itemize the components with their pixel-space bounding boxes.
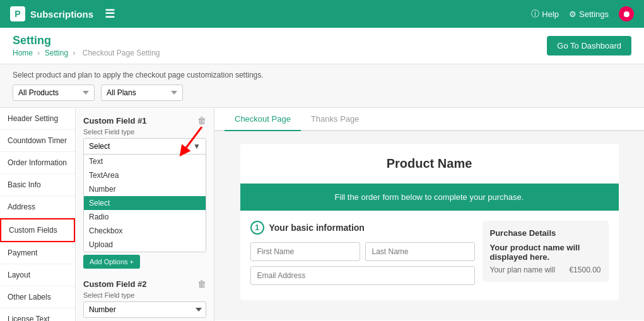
dropdown-header-1[interactable]: Select ▼ <box>84 139 206 155</box>
sidebar-item-other-labels[interactable]: Other Labels <box>0 286 75 308</box>
product-name-header: Product Name <box>240 144 619 184</box>
preview-content: Product Name Fill the order form below t… <box>214 131 644 320</box>
brand-name: Subscriptions <box>30 9 93 20</box>
product-card: Product Name Fill the order form below t… <box>240 144 619 300</box>
trash-icon-1[interactable]: 🗑 <box>197 115 206 125</box>
form-right: Purchase Details Your product name will … <box>483 221 609 290</box>
custom-field-1-block: Custom Field #1 🗑 Select Field type Sele… <box>83 115 206 269</box>
add-options-button[interactable]: Add Options + <box>83 255 140 269</box>
custom-field-1-header: Custom Field #1 🗑 <box>83 115 206 125</box>
field-select-wrapper-2: Number <box>83 301 206 318</box>
sidebar-item-license-text[interactable]: License Text <box>0 308 75 321</box>
dropdown-item-textarea[interactable]: TextArea <box>84 168 206 182</box>
main-area: Header Setting Countdown Timer Order Inf… <box>0 108 644 321</box>
brand-icon: P <box>10 6 25 21</box>
dropdown-list-1: Text TextArea Number Select Radio Checkb… <box>84 155 206 252</box>
purchase-plan: Your plan name will €1500.00 <box>490 266 601 274</box>
page-header: Setting Home › Setting › Checkout Page S… <box>0 28 644 64</box>
tab-checkout-page[interactable]: Checkout Page <box>225 108 301 131</box>
left-sidebar: Header Setting Countdown Timer Order Inf… <box>0 108 76 321</box>
help-icon: ⓘ <box>531 8 539 20</box>
hamburger-icon[interactable]: ☰ <box>105 7 115 21</box>
field-type-dropdown-1[interactable]: Select ▼ Text TextArea Number Select Rad… <box>83 138 206 252</box>
email-input[interactable] <box>250 266 475 285</box>
dropdown-item-number[interactable]: Number <box>84 182 206 196</box>
sidebar-item-layout[interactable]: Layout <box>0 264 75 286</box>
topnav-right: ⓘ Help ⚙ Settings ⏺ <box>531 6 634 21</box>
page-header-left: Setting Home › Setting › Checkout Page S… <box>13 34 163 57</box>
purchase-product-name: Your product name will displayed here. <box>490 243 601 262</box>
product-banner: Fill the order form below to complete yo… <box>240 184 619 211</box>
field-type-select-2[interactable]: Number <box>83 301 206 318</box>
sidebar-item-basic-info[interactable]: Basic Info <box>0 174 75 196</box>
preview-tabs: Checkout Page Thanks Page <box>214 108 644 131</box>
page-title: Setting <box>13 34 163 47</box>
help-link[interactable]: ⓘ Help <box>531 8 559 20</box>
filter-bar: Select product and plan to apply the che… <box>0 64 644 108</box>
basic-info-section-title: 1 Your basic information <box>250 221 475 235</box>
breadcrumb: Home › Setting › Checkout Page Setting <box>13 49 163 57</box>
middle-panel: Custom Field #1 🗑 Select Field type Sele… <box>76 108 214 321</box>
brand: P Subscriptions ☰ <box>10 6 531 21</box>
custom-field-2-header: Custom Field #2 🗑 <box>83 279 206 289</box>
breadcrumb-current: Checkout Page Setting <box>83 49 160 57</box>
right-panel: Checkout Page Thanks Page Product Name F… <box>214 108 644 321</box>
all-plans-select[interactable]: All Plans <box>101 85 183 101</box>
all-products-select[interactable]: All Products <box>13 85 95 101</box>
top-nav: P Subscriptions ☰ ⓘ Help ⚙ Settings ⏺ <box>0 0 644 28</box>
name-row <box>250 242 475 261</box>
dropdown-selected-value: Select <box>89 142 110 151</box>
sidebar-item-custom-fields[interactable]: Custom Fields <box>0 218 75 242</box>
breadcrumb-setting[interactable]: Setting <box>45 49 68 57</box>
gear-icon: ⚙ <box>569 9 577 19</box>
tab-thanks-page[interactable]: Thanks Page <box>301 108 370 131</box>
custom-field-1-title: Custom Field #1 <box>83 116 146 125</box>
purchase-plan-label: Your plan name will <box>490 266 556 274</box>
custom-field-2-block: Custom Field #2 🗑 Select Field type Numb… <box>83 279 206 321</box>
breadcrumb-home[interactable]: Home <box>13 49 33 57</box>
sidebar-item-header-setting[interactable]: Header Setting <box>0 108 75 130</box>
settings-link[interactable]: ⚙ Settings <box>569 9 609 19</box>
filter-selects: All Products All Plans <box>13 85 631 101</box>
last-name-input[interactable] <box>365 242 475 261</box>
first-name-input[interactable] <box>250 242 360 261</box>
power-icon[interactable]: ⏺ <box>619 6 634 21</box>
form-section: 1 Your basic information Pu <box>240 211 619 300</box>
dropdown-item-upload[interactable]: Upload <box>84 238 206 252</box>
dropdown-arrow-icon: ▼ <box>193 142 201 151</box>
select-field-type-label-1: Select Field type <box>83 128 206 136</box>
basic-info-title: Your basic information <box>269 223 365 233</box>
section-number: 1 <box>250 221 264 235</box>
filter-instruction: Select product and plan to apply the che… <box>13 71 631 79</box>
select-field-type-label-2: Select Field type <box>83 291 206 299</box>
sidebar-item-countdown-timer[interactable]: Countdown Timer <box>0 130 75 152</box>
sidebar-item-payment[interactable]: Payment <box>0 242 75 264</box>
custom-field-2-title: Custom Field #2 <box>83 279 146 289</box>
purchase-price: €1500.00 <box>569 266 600 274</box>
dropdown-item-select[interactable]: Select <box>84 196 206 210</box>
sidebar-item-order-information[interactable]: Order Information <box>0 152 75 174</box>
trash-icon-2[interactable]: 🗑 <box>197 279 206 289</box>
email-row <box>250 266 475 285</box>
dropdown-item-text[interactable]: Text <box>84 155 206 168</box>
sidebar-item-address[interactable]: Address <box>0 196 75 218</box>
purchase-details-title: Purchase Details <box>490 228 601 238</box>
go-to-dashboard-button[interactable]: Go To Dashboard <box>547 36 631 55</box>
dropdown-item-checkbox[interactable]: Checkbox <box>84 224 206 238</box>
form-left: 1 Your basic information <box>250 221 475 290</box>
dropdown-item-radio[interactable]: Radio <box>84 210 206 224</box>
purchase-box: Purchase Details Your product name will … <box>483 221 609 282</box>
